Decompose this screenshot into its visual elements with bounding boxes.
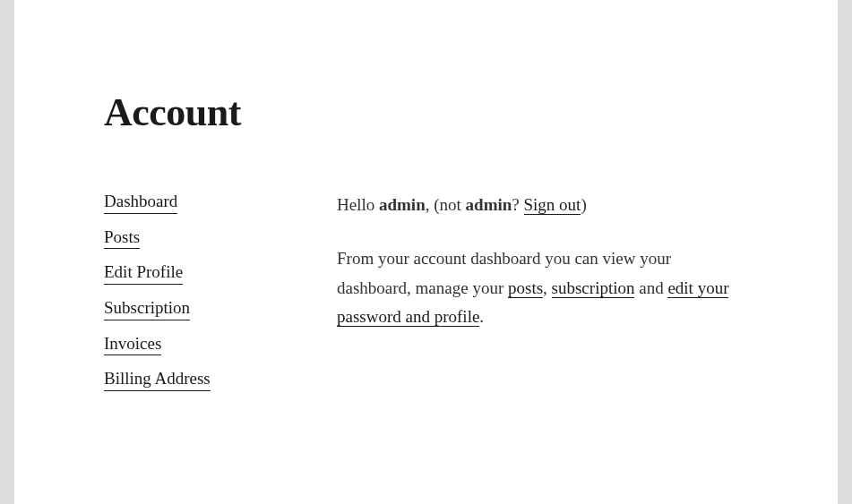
dashboard-paragraph: From your account dashboard you can view…: [337, 244, 748, 331]
greeting-username: admin: [379, 195, 426, 214]
sign-out-link[interactable]: Sign out: [524, 195, 581, 215]
not-username: admin: [466, 195, 512, 214]
greeting-prefix: Hello: [337, 195, 379, 214]
content-row: Dashboard Posts Edit Profile Subscriptio…: [104, 191, 748, 391]
page-frame: Account Dashboard Posts Edit Profile Sub…: [14, 0, 838, 504]
para-sep2: and: [634, 278, 667, 297]
para-sep1: ,: [543, 278, 552, 297]
posts-link[interactable]: posts: [508, 278, 543, 298]
sidebar-item-dashboard[interactable]: Dashboard: [104, 191, 177, 214]
sidebar-item-edit-profile[interactable]: Edit Profile: [104, 261, 183, 285]
not-suffix: ): [581, 195, 586, 214]
sidebar-item-subscription[interactable]: Subscription: [104, 297, 190, 320]
sidebar-item-posts[interactable]: Posts: [104, 226, 140, 250]
page-title: Account: [104, 90, 748, 135]
subscription-link[interactable]: subscription: [552, 278, 635, 298]
not-qmark: ?: [512, 195, 523, 214]
greeting-line: Hello admin, (not admin? Sign out): [337, 191, 748, 219]
not-prefix: , (not: [426, 195, 466, 214]
sidebar-item-billing-address[interactable]: Billing Address: [104, 368, 211, 391]
account-sidebar: Dashboard Posts Edit Profile Subscriptio…: [104, 191, 265, 391]
sidebar-item-invoices[interactable]: Invoices: [104, 333, 161, 356]
main-content: Hello admin, (not admin? Sign out) From …: [337, 191, 748, 391]
para-suffix: .: [479, 307, 484, 326]
